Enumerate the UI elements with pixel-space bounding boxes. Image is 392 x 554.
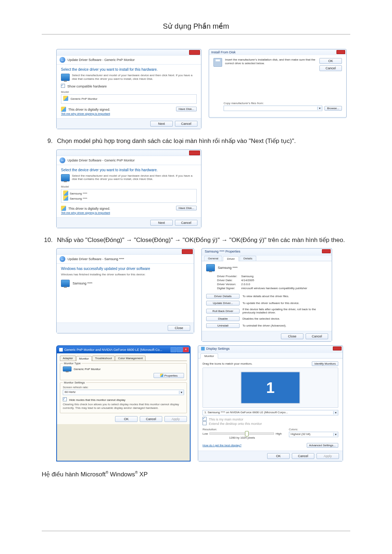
dialog-title: Update Driver Software - Generic PnP Mon… xyxy=(68,159,135,162)
ok-button[interactable]: OK xyxy=(115,416,138,422)
tell-me-link[interactable]: Tell me why driver signing is important xyxy=(61,211,110,214)
back-icon[interactable]: ← xyxy=(60,157,65,163)
chevron-down-icon[interactable]: ▾ xyxy=(317,107,322,110)
resolution-label: Resolution: xyxy=(203,428,282,431)
driver-info-table: Driver Provider:Samsung Driver Date:4/14… xyxy=(217,274,307,290)
cancel-button[interactable]: Cancel xyxy=(292,453,314,459)
back-icon[interactable]: ← xyxy=(60,57,65,63)
dialog-button-row: Close xyxy=(57,323,194,333)
monitor-icon xyxy=(206,264,215,271)
uninstall-button[interactable]: Uninstall xyxy=(206,323,240,328)
refresh-rate-label: Screen refresh rate: xyxy=(63,386,184,389)
titlebar xyxy=(57,249,194,254)
step-number: 9. xyxy=(42,136,53,146)
next-button[interactable]: Next xyxy=(150,220,173,226)
ok-button[interactable]: OK xyxy=(267,453,290,459)
chevron-down-icon[interactable]: ▾ xyxy=(333,433,338,436)
app-icon xyxy=(201,347,205,350)
cancel-button[interactable]: Cancel xyxy=(140,416,162,422)
back-icon[interactable]: ← xyxy=(60,256,65,262)
driver-details-button[interactable]: Driver Details xyxy=(206,294,240,299)
tell-me-link[interactable]: Tell me why driver signing is important xyxy=(61,112,110,115)
label: Driver Date: xyxy=(217,278,241,282)
ok-button[interactable]: OK xyxy=(319,58,342,64)
close-icon[interactable] xyxy=(333,346,342,350)
figure-row-3: ← Update Driver Software - Samsung **** … xyxy=(56,248,350,342)
os-line: Hệ điều hành Microsoft® Windows® XP xyxy=(42,471,350,478)
close-icon[interactable] xyxy=(189,151,200,155)
chevron-down-icon[interactable]: ▾ xyxy=(333,411,338,414)
close-icon[interactable] xyxy=(182,249,193,254)
cancel-button[interactable]: Cancel xyxy=(306,333,328,339)
tab-monitor[interactable]: Monitor xyxy=(200,353,218,358)
dialog-heading: Select the device driver you want to ins… xyxy=(61,168,197,172)
group-title: Monitor Settings xyxy=(63,381,86,384)
document-page: Sử dụng Phần mềm ← Update Driver Softwar… xyxy=(0,0,392,554)
dialog-hint: Select the manufacturer and model of you… xyxy=(61,174,197,181)
show-compat-checkbox[interactable] xyxy=(61,84,65,88)
apply-button[interactable]: Apply xyxy=(164,416,187,422)
close-icon[interactable]: × xyxy=(183,347,189,352)
properties-button[interactable]: Properties xyxy=(154,373,184,378)
titlebar: Display Settings xyxy=(198,346,343,352)
hide-modes-checkbox[interactable] xyxy=(63,397,67,401)
close-button[interactable]: Close xyxy=(168,325,190,331)
monitor-icon xyxy=(61,174,70,181)
colors-combo[interactable]: Highest (32 bit) ▾ xyxy=(289,432,338,437)
step-text: Chọn model phù hợp trong danh sách các l… xyxy=(57,136,350,146)
model-item: Generic PnP Monitor xyxy=(70,97,97,100)
model-listbox[interactable]: Samsung **** Samsung **** xyxy=(61,189,197,203)
maximize-icon[interactable] xyxy=(171,347,176,352)
footer-rule xyxy=(42,531,350,531)
identify-monitors-button[interactable]: Identify Monitors xyxy=(312,361,338,366)
breadcrumb-bar: ← Update Driver Software - Generic PnP M… xyxy=(57,156,201,165)
hint-text: Select the manufacturer and model of you… xyxy=(72,74,197,81)
breadcrumb-bar: ← Update Driver Software - Generic PnP M… xyxy=(57,55,201,65)
rollback-driver-button[interactable]: Roll Back Driver xyxy=(206,309,240,313)
cancel-button[interactable]: Cancel xyxy=(175,121,197,127)
monitor-type-group: Monitor Type Generic PnP Monitor Propert… xyxy=(60,363,187,380)
apply-button[interactable]: Apply xyxy=(317,453,339,459)
copy-from-combo[interactable]: ▾ xyxy=(224,106,322,111)
resolution-slider[interactable] xyxy=(209,432,274,435)
dialog-title: Display Settings xyxy=(206,347,230,350)
update-driver-button[interactable]: Update Driver... xyxy=(206,301,240,305)
close-icon[interactable] xyxy=(322,249,331,253)
tab-driver[interactable]: Driver xyxy=(223,256,238,261)
have-disk-button[interactable]: Have Disk... xyxy=(176,107,197,111)
disable-button[interactable]: Disable xyxy=(206,316,240,321)
model-item: Samsung **** xyxy=(70,192,87,195)
value: Samsung xyxy=(241,274,308,278)
monitor-preview[interactable]: 1 xyxy=(241,372,300,404)
cancel-button[interactable]: Cancel xyxy=(175,220,197,226)
best-display-link[interactable]: How do I get the best display? xyxy=(203,444,241,447)
tab-color-management[interactable]: Color Management xyxy=(115,356,146,361)
minimize-icon[interactable] xyxy=(177,347,183,352)
model-listbox[interactable]: Generic PnP Monitor xyxy=(61,94,197,104)
signed-block: This driver is digitally signed. Tell me… xyxy=(61,107,110,115)
browse-button[interactable]: Browse... xyxy=(324,106,342,111)
monitor-select-combo[interactable]: 1. Samsung **** on NVIDIA GeForce 6600 L… xyxy=(203,410,338,415)
tab-adapter[interactable]: Adapter xyxy=(60,356,76,361)
close-icon[interactable] xyxy=(336,50,345,54)
figure-row-1: ← Update Driver Software - Generic PnP M… xyxy=(56,49,350,129)
have-disk-button[interactable]: Have Disk... xyxy=(176,206,197,210)
close-button[interactable]: Close xyxy=(281,333,303,339)
dialog-update-success: ← Update Driver Software - Samsung **** … xyxy=(56,248,194,333)
tab-troubleshoot[interactable]: Troubleshoot xyxy=(92,356,115,361)
tab-details[interactable]: Details xyxy=(240,256,256,261)
chevron-down-icon[interactable]: ▾ xyxy=(179,391,184,394)
shield-icon xyxy=(63,96,68,101)
next-button[interactable]: Next xyxy=(150,121,173,127)
cancel-button[interactable]: Cancel xyxy=(319,65,342,71)
tab-general[interactable]: General xyxy=(204,256,222,261)
signed-text: This driver is digitally signed. xyxy=(68,207,110,210)
refresh-rate-combo[interactable]: 60 Hertz ▾ xyxy=(63,390,184,395)
tab-monitor[interactable]: Monitor xyxy=(76,356,92,361)
slider-thumb[interactable] xyxy=(245,431,249,436)
tab-bar: Monitor xyxy=(198,352,343,358)
hide-modes-description: Clearing this check box allows you to se… xyxy=(63,403,184,410)
signed-text: This driver is digitally signed. xyxy=(68,108,110,111)
close-icon[interactable] xyxy=(189,50,200,55)
advanced-settings-button[interactable]: Advanced Settings... xyxy=(307,443,338,448)
